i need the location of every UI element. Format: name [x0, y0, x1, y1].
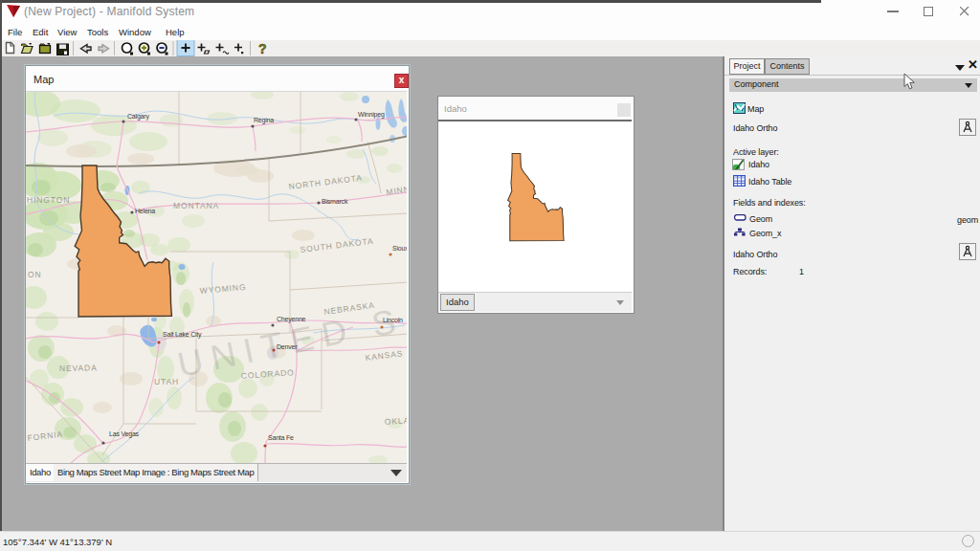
svg-text:Calgary: Calgary [127, 113, 149, 121]
svg-text:Bismarck: Bismarck [322, 198, 348, 205]
svg-text:ON: ON [28, 270, 42, 279]
svg-text:Santa Fe: Santa Fe [268, 434, 294, 441]
svg-text:Winnipeg: Winnipeg [358, 111, 385, 119]
svg-text:Regina: Regina [254, 117, 274, 124]
svg-text:Lincoln: Lincoln [383, 317, 403, 323]
svg-text:Las Vegas: Las Vegas [109, 430, 140, 438]
svg-text:Helena: Helena [135, 208, 155, 214]
svg-text:MONTANA: MONTANA [173, 201, 219, 210]
svg-text:Denver: Denver [277, 343, 298, 350]
svg-text:HINGTON: HINGTON [27, 195, 70, 205]
svg-text:Salt Lake City: Salt Lake City [163, 331, 202, 339]
svg-text:?: ? [258, 41, 267, 56]
svg-text:UTAH: UTAH [154, 377, 179, 386]
svg-text:OKLA: OKLA [384, 415, 407, 427]
svg-text:NEVADA: NEVADA [59, 363, 98, 373]
svg-text:Sioux: Sioux [392, 245, 407, 252]
svg-text:Cheyenne: Cheyenne [277, 316, 306, 323]
